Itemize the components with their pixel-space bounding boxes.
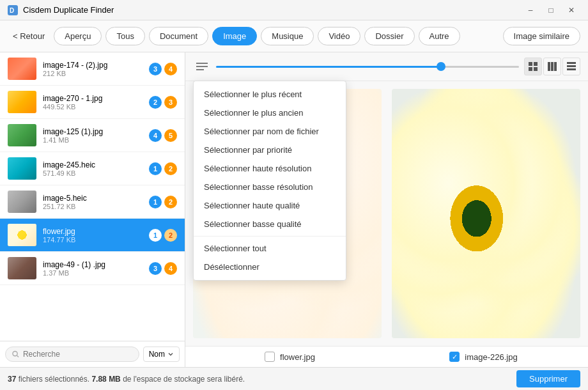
left-panel: image-174 - (2).jpg 212 KB 3 4 image-270… xyxy=(0,52,185,367)
file-name: flower.jpg xyxy=(43,227,143,236)
zoom-slider[interactable] xyxy=(216,66,519,68)
file-name: image-49 - (1) .jpg xyxy=(43,260,143,269)
list-item[interactable]: image-174 - (2).jpg 212 KB 3 4 xyxy=(0,52,185,86)
badge-group: 1 xyxy=(149,162,162,175)
svg-rect-11 xyxy=(548,62,550,71)
column-view-button[interactable] xyxy=(543,58,561,75)
titlebar: D Cisdem Duplicate Finder – □ ✕ xyxy=(0,0,588,20)
file-info: flower.jpg 174.77 KB xyxy=(43,227,143,244)
sort-label: Nom xyxy=(149,350,165,359)
search-bar: Nom xyxy=(0,341,185,367)
file-row: flower.jpg image-226.jpg xyxy=(185,346,588,367)
badge-count: 2 xyxy=(164,229,177,242)
list-item[interactable]: image-270 - 1.jpg 449.52 KB 2 3 xyxy=(0,86,185,119)
file-list: image-174 - (2).jpg 212 KB 3 4 image-270… xyxy=(0,52,185,341)
dropdown-item-low-res[interactable]: Sélectionner basse résolution xyxy=(194,178,346,196)
svg-point-2 xyxy=(13,351,17,355)
dropdown-divider xyxy=(194,236,346,237)
list-item[interactable]: image-5.heic 251.72 KB 1 2 xyxy=(0,185,185,219)
file-name: image-270 - 1.jpg xyxy=(43,94,143,103)
tab-tous[interactable]: Tous xyxy=(105,27,144,45)
badge-count: 4 xyxy=(164,63,177,75)
app-title: Cisdem Duplicate Finder xyxy=(23,5,114,15)
close-button[interactable]: ✕ xyxy=(562,1,580,19)
badge-group: 2 xyxy=(149,96,162,109)
svg-line-3 xyxy=(17,355,19,357)
right-file-checkbox[interactable] xyxy=(449,352,460,362)
file-thumbnail xyxy=(8,191,36,213)
file-thumbnail xyxy=(8,124,36,146)
dropdown-item-oldest[interactable]: Sélectionner le plus ancien xyxy=(194,104,346,122)
grid-icon xyxy=(529,62,538,71)
search-input[interactable] xyxy=(23,350,132,359)
dropdown-item-high-res[interactable]: Sélectionner haute résolution xyxy=(194,159,346,178)
search-input-wrap[interactable] xyxy=(5,347,139,362)
dropdown-item-recent[interactable]: Sélectionner le plus récent xyxy=(194,85,346,104)
dropdown-item-high-quality[interactable]: Sélectionner haute qualité xyxy=(194,196,346,215)
file-row-right: image-226.jpg xyxy=(387,352,580,362)
file-name: image-125 (1).jpg xyxy=(43,127,143,136)
status-prefix: fichiers sélectionnés. xyxy=(16,375,89,384)
file-badges: 1 2 xyxy=(149,196,177,208)
file-thumbnail xyxy=(8,157,36,180)
svg-rect-15 xyxy=(567,65,576,67)
file-size: 449.52 KB xyxy=(43,103,143,111)
badge-group: 1 xyxy=(149,229,162,242)
tab-document[interactable]: Document xyxy=(149,27,208,45)
tab-video[interactable]: Vidéo xyxy=(318,27,360,45)
back-button[interactable]: < Retour xyxy=(8,29,50,43)
view-buttons xyxy=(524,58,580,75)
grid-view-button[interactable] xyxy=(524,58,542,75)
delete-button[interactable]: Supprimer xyxy=(516,370,580,387)
list-view-button[interactable] xyxy=(562,58,580,75)
badge-count: 3 xyxy=(164,96,177,109)
right-toolbar xyxy=(185,52,588,81)
file-info: image-5.heic 251.72 KB xyxy=(43,194,143,210)
tab-dossier[interactable]: Dossier xyxy=(364,27,414,45)
svg-rect-12 xyxy=(551,62,553,71)
left-file-checkbox[interactable] xyxy=(265,352,275,362)
svg-rect-9 xyxy=(529,67,532,71)
tab-apercu[interactable]: Aperçu xyxy=(54,27,102,45)
file-name: image-174 - (2).jpg xyxy=(43,61,143,70)
file-info: image-125 (1).jpg 1.41 MB xyxy=(43,127,143,144)
dropdown-item-deselect[interactable]: Désélectionner xyxy=(194,258,346,276)
main-area: image-174 - (2).jpg 212 KB 3 4 image-270… xyxy=(0,52,588,367)
minimize-button[interactable]: – xyxy=(522,1,539,19)
right-file-name: image-226.jpg xyxy=(465,352,517,362)
file-info: image-270 - 1.jpg 449.52 KB xyxy=(43,94,143,111)
maximize-button[interactable]: □ xyxy=(542,1,560,19)
svg-rect-8 xyxy=(534,62,538,66)
search-icon xyxy=(12,350,19,358)
preview-column-right xyxy=(392,89,580,338)
list-item[interactable]: image-49 - (1) .jpg 1.37 MB 3 4 xyxy=(0,252,185,285)
svg-rect-16 xyxy=(567,68,576,70)
badge-count: 5 xyxy=(164,129,177,142)
titlebar-left: D Cisdem Duplicate Finder xyxy=(8,5,114,15)
dropdown-item-select-all[interactable]: Sélectionner tout xyxy=(194,239,346,258)
status-bar: 37 fichiers sélectionnés. 7.88 MB de l'e… xyxy=(0,367,588,390)
file-size: 1.41 MB xyxy=(43,136,143,144)
file-row-left: flower.jpg xyxy=(193,352,387,362)
right-panel: Sélectionner le plus récent Sélectionner… xyxy=(185,52,588,367)
preview-image-right xyxy=(392,89,580,338)
list-item[interactable]: image-245.heic 571.49 KB 1 2 xyxy=(0,152,185,185)
file-badges: 3 4 xyxy=(149,262,177,275)
file-badges: 3 4 xyxy=(149,63,177,75)
tab-image[interactable]: Image xyxy=(212,27,257,45)
sort-select[interactable]: Nom xyxy=(143,347,180,362)
tab-autre[interactable]: Autre xyxy=(419,27,460,45)
dropdown-item-priority[interactable]: Sélectionner par priorité xyxy=(194,141,346,159)
file-thumbnail xyxy=(8,58,36,80)
list-item[interactable]: image-125 (1).jpg 1.41 MB 4 5 xyxy=(0,119,185,152)
list-item[interactable]: flower.jpg 174.77 KB 1 2 xyxy=(0,219,185,252)
tab-musique[interactable]: Musique xyxy=(261,27,314,45)
dropdown-item-low-quality[interactable]: Sélectionner basse qualité xyxy=(194,215,346,233)
file-badges: 2 3 xyxy=(149,96,177,109)
app-icon: D xyxy=(8,5,18,15)
dropdown-menu: Sélectionner le plus récent Sélectionner… xyxy=(193,81,346,281)
file-badges: 1 2 xyxy=(149,229,177,242)
dropdown-item-filename[interactable]: Sélectionner par nom de fichier xyxy=(194,122,346,141)
select-menu-button[interactable] xyxy=(193,58,211,75)
similar-image-button[interactable]: Image similaire xyxy=(503,27,580,45)
